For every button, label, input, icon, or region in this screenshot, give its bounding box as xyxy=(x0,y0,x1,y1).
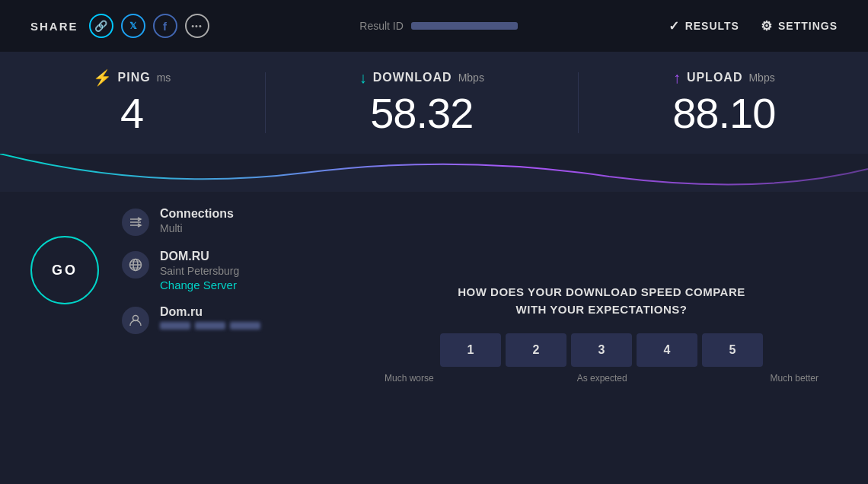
rating-label-right: Much better xyxy=(771,373,819,384)
connections-label: Connections xyxy=(160,207,234,221)
bottom-section: GO xyxy=(0,192,868,484)
download-unit: Mbps xyxy=(458,72,484,84)
result-id-value xyxy=(411,22,518,30)
server-location: Saint Petersburg xyxy=(160,265,239,277)
app-container: SHARE 🔗 𝕏 f ••• Result ID ✓ RESULTS ⚙ SE… xyxy=(0,0,868,484)
rating-label-left: Much worse xyxy=(385,373,434,384)
metrics-bar: ⚡ PING ms 4 ↓ DOWNLOAD Mbps 58.32 ↑ UPLO… xyxy=(0,52,868,154)
right-panel: HOW DOES YOUR DOWNLOAD SPEED COMPARE WIT… xyxy=(365,199,838,469)
server-isp: DOM.RU xyxy=(160,250,239,263)
ping-label: PING xyxy=(118,71,151,84)
rating-section: 1 2 3 4 5 Much worse As expected Much be… xyxy=(381,333,822,384)
facebook-share-button[interactable]: f xyxy=(153,14,177,38)
result-id-label: Result ID xyxy=(359,20,404,32)
settings-label: SETTINGS xyxy=(778,20,838,32)
blur-block-3 xyxy=(230,322,260,330)
ping-icon: ⚡ xyxy=(93,68,112,87)
twitter-share-button[interactable]: 𝕏 xyxy=(121,14,145,38)
go-button-row: GO xyxy=(30,207,350,334)
connections-row: Connections Multi xyxy=(122,207,350,236)
upload-metric: ↑ UPLOAD Mbps 88.10 xyxy=(672,69,775,137)
connections-text: Connections Multi xyxy=(160,207,234,234)
upload-unit: Mbps xyxy=(748,72,774,84)
divider-2 xyxy=(578,72,579,133)
download-value: 58.32 xyxy=(370,90,473,137)
rating-labels: Much worse As expected Much better xyxy=(381,373,822,384)
user-ip-blurred xyxy=(160,322,260,330)
connections-value: Multi xyxy=(160,222,234,234)
rating-label-mid: As expected xyxy=(577,373,627,384)
rating-button-5[interactable]: 5 xyxy=(702,333,763,367)
upload-icon: ↑ xyxy=(673,69,681,87)
server-globe-icon xyxy=(122,251,149,279)
ping-unit: ms xyxy=(157,72,171,84)
user-name: Dom.ru xyxy=(160,305,260,319)
upload-value: 88.10 xyxy=(672,90,775,137)
download-icon: ↓ xyxy=(359,69,367,87)
user-text: Dom.ru xyxy=(160,305,260,330)
download-metric: ↓ DOWNLOAD Mbps 58.32 xyxy=(359,69,484,137)
share-label: SHARE xyxy=(30,20,78,33)
question-line2: WITH YOUR EXPECTATIONS? xyxy=(516,303,688,316)
blur-block-2 xyxy=(195,322,225,330)
curve-separator xyxy=(0,154,868,192)
settings-gear-icon: ⚙ xyxy=(761,18,773,34)
link-share-button[interactable]: 🔗 xyxy=(89,14,113,38)
rating-buttons: 1 2 3 4 5 xyxy=(381,333,822,367)
header: SHARE 🔗 𝕏 f ••• Result ID ✓ RESULTS ⚙ SE… xyxy=(0,0,868,52)
user-row: Dom.ru xyxy=(122,305,350,334)
survey-question: HOW DOES YOUR DOWNLOAD SPEED COMPARE WIT… xyxy=(458,284,745,318)
divider-1 xyxy=(265,72,266,133)
curve-svg xyxy=(0,154,868,192)
upload-label: UPLOAD xyxy=(687,71,743,84)
rating-button-1[interactable]: 1 xyxy=(440,333,501,367)
rating-button-4[interactable]: 4 xyxy=(637,333,697,367)
download-label: DOWNLOAD xyxy=(373,71,452,84)
result-id-section: Result ID xyxy=(359,20,518,32)
settings-nav-button[interactable]: ⚙ SETTINGS xyxy=(761,18,838,34)
ping-value: 4 xyxy=(120,90,143,137)
connections-icon xyxy=(122,209,149,236)
rating-button-2[interactable]: 2 xyxy=(506,333,566,367)
user-avatar-icon xyxy=(122,307,149,334)
blur-block-1 xyxy=(160,322,190,330)
ping-metric: ⚡ PING ms 4 xyxy=(93,68,171,137)
server-row: DOM.RU Saint Petersburg Change Server xyxy=(122,250,350,291)
share-section: SHARE 🔗 𝕏 f ••• xyxy=(30,14,209,38)
question-line1: HOW DOES YOUR DOWNLOAD SPEED COMPARE xyxy=(458,285,745,298)
left-panel: GO xyxy=(30,199,350,469)
change-server-button[interactable]: Change Server xyxy=(160,279,239,291)
nav-right: ✓ RESULTS ⚙ SETTINGS xyxy=(669,18,838,34)
results-nav-button[interactable]: ✓ RESULTS xyxy=(669,18,739,34)
server-info: Connections Multi xyxy=(122,207,350,334)
rating-button-3[interactable]: 3 xyxy=(571,333,632,367)
server-text: DOM.RU Saint Petersburg Change Server xyxy=(160,250,239,291)
results-label: RESULTS xyxy=(685,20,739,32)
results-check-icon: ✓ xyxy=(669,18,680,34)
go-button[interactable]: GO xyxy=(30,236,99,304)
more-share-button[interactable]: ••• xyxy=(185,14,209,38)
